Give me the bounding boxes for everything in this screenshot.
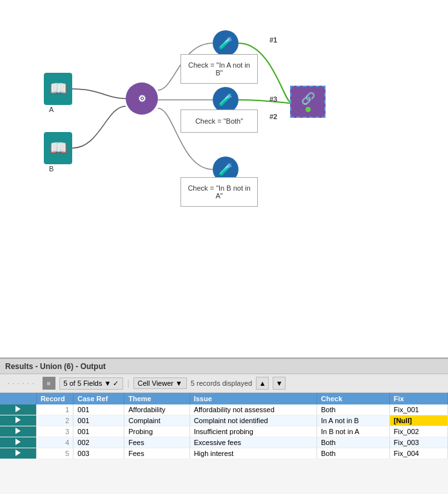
cell-theme: Probing: [124, 426, 190, 437]
table-row[interactable]: 3001ProbingInsufficient probingIn B not …: [0, 426, 448, 437]
conn-label-2: #2: [269, 113, 277, 120]
drag-handle: · · · · · ·: [4, 379, 39, 388]
filter-box-bot: Check = "In B not in A": [180, 177, 258, 207]
node-label-a: A: [49, 106, 54, 113]
cell-fix: Fix_002: [389, 426, 447, 437]
cell-issue: Complaint not identified: [190, 415, 317, 426]
cell-check: In A not in B: [317, 415, 390, 426]
th-fix[interactable]: Fix: [389, 393, 447, 404]
sort-down-button[interactable]: ▼: [273, 377, 286, 390]
row-nav-icon: [15, 439, 21, 445]
row-nav-cell: [0, 437, 36, 448]
flask-top-icon: 🧪: [219, 36, 233, 50]
cell-record: 2: [36, 415, 73, 426]
filter-top-label: Check = "In A not in B": [184, 61, 255, 77]
cell-theme: Affordability: [124, 404, 190, 415]
cell-fix: [Null]: [389, 415, 447, 426]
cell-record: 3: [36, 426, 73, 437]
canvas-area: 📖 A 📖 B ⚙ 🧪 🧪 🧪 Check = "In A not in B": [0, 0, 448, 359]
cell-record: 4: [36, 437, 73, 448]
row-nav-icon: [15, 417, 21, 423]
cell-case-ref: 001: [73, 415, 124, 426]
cell-fix: Fix_003: [389, 437, 447, 448]
flask-mid-icon: 🧪: [219, 93, 233, 107]
cell-fix: Fix_004: [389, 448, 447, 459]
toolbar-separator-1: |: [127, 379, 129, 388]
cell-case-ref: 003: [73, 448, 124, 459]
cell-issue: Insufficient probing: [190, 426, 317, 437]
results-panel: Results - Union (6) - Output · · · · · ·…: [0, 359, 448, 494]
cell-check: Both: [317, 448, 390, 459]
cell-case-ref: 002: [73, 437, 124, 448]
table-body: 1001AffordabilityAffordability not asses…: [0, 404, 448, 459]
cell-viewer-dropdown-icon: ▼: [175, 379, 182, 387]
th-issue[interactable]: Issue: [190, 393, 317, 404]
fields-label: 5 of 5 Fields: [64, 379, 102, 387]
th-record: [0, 393, 36, 404]
output-green-dot: [306, 107, 311, 112]
table-row[interactable]: 4002FeesExcessive feesBothFix_003: [0, 437, 448, 448]
cell-theme: Complaint: [124, 415, 190, 426]
filter-box-mid: Check = "Both": [180, 109, 258, 133]
table-header-row: Record Case Ref Theme Issue Check Fix: [0, 393, 448, 404]
node-flask-mid[interactable]: 🧪: [213, 87, 239, 113]
cell-issue: Excessive fees: [190, 437, 317, 448]
cell-theme: Fees: [124, 448, 190, 459]
th-record-num[interactable]: Record: [36, 393, 73, 404]
conn-label-3: #3: [269, 95, 277, 103]
filter-bot-label: Check = "In B not in A": [184, 184, 255, 200]
node-output[interactable]: 🔗: [290, 86, 326, 118]
table-row[interactable]: 5003FeesHigh interestBothFix_004: [0, 448, 448, 459]
node-book-a[interactable]: 📖: [44, 73, 72, 105]
th-check[interactable]: Check: [317, 393, 390, 404]
node-flask-top[interactable]: 🧪: [213, 30, 239, 56]
th-theme[interactable]: Theme: [124, 393, 190, 404]
th-case-ref[interactable]: Case Ref: [73, 393, 124, 404]
cell-issue: Affordability not assessed: [190, 404, 317, 415]
book-b-icon: 📖: [50, 140, 67, 157]
cell-case-ref: 001: [73, 426, 124, 437]
node-label-b: B: [49, 165, 54, 173]
cell-viewer-button[interactable]: Cell Viewer ▼: [133, 377, 187, 389]
join-icon: ⚙: [138, 93, 146, 104]
row-nav-cell: [0, 404, 36, 415]
fields-dropdown-icon: ▼: [104, 379, 111, 387]
cell-check: In B not in A: [317, 426, 390, 437]
node-join[interactable]: ⚙: [126, 82, 158, 115]
filter-mid-label: Check = "Both": [195, 117, 243, 125]
records-label: 5 records displayed: [191, 379, 252, 387]
row-nav-cell: [0, 448, 36, 459]
conn-label-1: #1: [269, 36, 277, 44]
results-header: Results - Union (6) - Output: [0, 359, 448, 374]
row-nav-icon: [15, 428, 21, 434]
table-row[interactable]: 2001ComplaintComplaint not identifiedIn …: [0, 415, 448, 426]
main-container: 📖 A 📖 B ⚙ 🧪 🧪 🧪 Check = "In A not in B": [0, 0, 448, 494]
cell-record: 1: [36, 404, 73, 415]
cell-check: Both: [317, 437, 390, 448]
results-table-container[interactable]: Record Case Ref Theme Issue Check Fix 10…: [0, 393, 448, 494]
row-nav-cell: [0, 426, 36, 437]
cell-issue: High interest: [190, 448, 317, 459]
sort-up-button[interactable]: ▲: [256, 377, 269, 390]
cell-record: 5: [36, 448, 73, 459]
table-row[interactable]: 1001AffordabilityAffordability not asses…: [0, 404, 448, 415]
cell-theme: Fees: [124, 437, 190, 448]
row-nav-icon: [15, 450, 21, 456]
flask-bot-icon: 🧪: [219, 162, 233, 176]
output-icon: 🔗: [301, 91, 315, 106]
cell-check: Both: [317, 404, 390, 415]
filter-box-top: Check = "In A not in B": [180, 54, 258, 84]
cell-fix: Fix_001: [389, 404, 447, 415]
results-table: Record Case Ref Theme Issue Check Fix 10…: [0, 393, 448, 459]
results-toolbar: · · · · · · ≡ 5 of 5 Fields ▼ ✓ | Cell V…: [0, 374, 448, 393]
output-node-inner: 🔗: [301, 91, 315, 112]
node-book-b[interactable]: 📖: [44, 132, 72, 164]
book-a-icon: 📖: [50, 81, 67, 97]
row-nav-icon: [15, 406, 21, 412]
table-icon: ≡: [43, 377, 55, 390]
cell-viewer-label: Cell Viewer: [138, 379, 173, 387]
results-title: Results - Union (6) - Output: [5, 362, 106, 371]
cell-case-ref: 001: [73, 404, 124, 415]
fields-button[interactable]: 5 of 5 Fields ▼ ✓: [59, 377, 124, 390]
fields-check-icon: ✓: [113, 379, 119, 388]
